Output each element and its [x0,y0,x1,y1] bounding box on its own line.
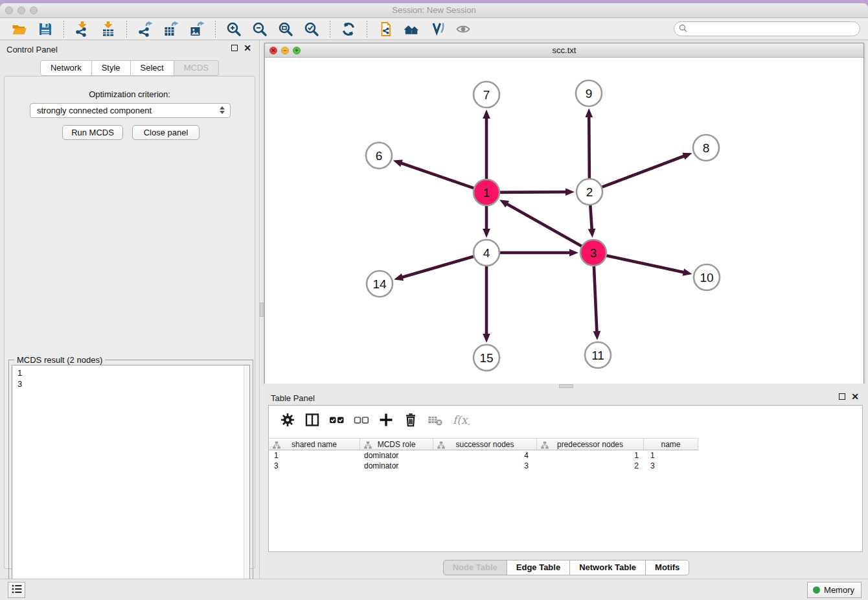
table-cell[interactable]: 4 [433,450,537,461]
node-table: shared nameMCDS rolesuccessor nodesprede… [269,438,862,471]
tab-style[interactable]: Style [92,60,131,76]
column-tree-icon [437,441,445,451]
toolbar-separator [126,21,127,38]
table-row[interactable]: 1dominator411 [269,450,862,461]
save-session-icon[interactable] [36,20,55,38]
horizontal-splitter[interactable] [264,384,868,389]
graph-edge-2-8[interactable] [599,156,685,188]
table-cell[interactable]: dominator [360,450,433,461]
column-tree-icon [541,441,549,451]
svg-text:f(x): f(x) [453,413,470,426]
table-float-panel-icon[interactable] [839,393,845,400]
criterion-dropdown[interactable]: strongly connected component [30,103,231,118]
select-all-icon[interactable] [326,410,348,430]
table-cell[interactable]: 1 [644,450,698,461]
tab-network[interactable]: Network [40,60,92,76]
table-cell[interactable]: 2 [537,461,644,471]
result-scrollbar[interactable] [244,365,249,597]
column-header-successor-nodes[interactable]: successor nodes [433,438,537,450]
memory-button[interactable]: Memory [807,582,862,598]
toolbar-separator [215,21,216,38]
graph-node-label: 7 [483,88,490,102]
graph-edge-3-1[interactable] [506,203,584,248]
graph-node-label: 6 [376,149,383,163]
tab-select[interactable]: Select [131,60,174,76]
graph-edge-2-3[interactable] [590,202,592,231]
graph-edge-arrowhead [483,110,490,119]
delete-column-icon[interactable] [400,410,422,430]
graph-edge-arrowhead [585,108,593,117]
application-window: Session: New Session Control Panel ✕ Net… [0,0,868,600]
graph-edge-2-9[interactable] [589,115,589,181]
gear-icon[interactable] [277,410,299,430]
zoom-in-icon[interactable] [224,20,244,38]
graph-node-label: 10 [700,271,713,284]
zoom-out-icon[interactable] [250,20,269,38]
zoom-fit-icon[interactable] [276,20,295,38]
export-image-icon[interactable] [187,20,207,38]
graph-edge-4-14[interactable] [401,255,477,277]
table-cell[interactable]: 3 [269,461,360,471]
horizontal-splitter-grip[interactable] [559,384,573,388]
vertical-splitter[interactable] [259,40,264,582]
mcds-result-text[interactable]: 13 [12,365,250,597]
tab-edge-table[interactable]: Edge Table [507,560,570,575]
table-row[interactable]: 3dominator323 [269,461,862,471]
graph-edge-arrowhead [483,229,490,238]
graph-edge-3-10[interactable] [604,255,685,272]
graph-edge-arrowhead [393,160,403,167]
close-panel-icon[interactable]: ✕ [244,45,251,51]
import-table-icon[interactable] [98,20,118,38]
column-tree-icon [364,441,372,451]
split-pane-icon[interactable] [301,410,323,430]
home-icon[interactable] [402,20,421,38]
add-column-icon[interactable] [375,410,397,430]
tab-mcds[interactable]: MCDS [174,60,219,76]
column-header-name[interactable]: name [644,438,698,450]
vertical-splitter-grip[interactable] [260,303,264,317]
deselect-all-icon[interactable] [350,410,372,430]
memory-label: Memory [824,585,854,595]
mcds-result-line: 1 [17,367,249,378]
search-box[interactable] [674,21,860,36]
column-header-MCDS-role[interactable]: MCDS role [360,438,433,450]
function-icon[interactable]: f(x) [449,410,471,430]
refresh-icon[interactable] [339,20,358,38]
export-table-icon[interactable] [161,20,181,38]
table-close-panel-icon[interactable]: ✕ [851,393,859,400]
float-panel-icon[interactable] [231,45,238,51]
open-session-icon[interactable] [10,20,29,38]
delete-table-icon[interactable] [424,410,446,430]
copy-network-icon[interactable] [376,20,395,38]
graph-edge-1-6[interactable] [400,163,477,189]
run-mcds-button[interactable]: Run MCDS [62,125,123,140]
graph-node-label: 4 [483,246,490,260]
network-canvas[interactable]: 7968124314101511 [265,58,863,384]
column-header-shared-name[interactable]: shared name [269,438,360,450]
column-header-predecessor-nodes[interactable]: predecessor nodes [537,438,644,450]
graph-edge-3-11[interactable] [594,263,597,333]
search-input[interactable] [687,22,860,36]
table-cell[interactable]: dominator [360,461,433,471]
table-cell[interactable]: 1 [537,450,644,461]
task-history-button[interactable] [8,582,25,598]
table-cell[interactable]: 3 [433,461,537,471]
show-hide-icon[interactable] [453,20,473,38]
graph-edge-arrowhead [483,334,490,343]
tab-network-table[interactable]: Network Table [570,560,646,575]
graph-edge-arrowhead [565,188,575,196]
network-window-titlebar[interactable]: ✕ − + scc.txt [265,43,863,58]
table-cell[interactable]: 3 [644,461,698,471]
export-network-icon[interactable] [135,20,155,38]
apply-style-icon[interactable] [428,20,447,38]
import-network-icon[interactable] [73,20,92,38]
table-cell[interactable]: 1 [269,450,360,461]
graph-edge-1-2[interactable] [497,192,567,192]
close-panel-button[interactable]: Close panel [132,125,200,140]
tab-motifs[interactable]: Motifs [646,560,689,575]
toolbar-separator [330,21,330,38]
node-table-container: f(x) shared nameMCDS rolesuccessor nodes… [268,405,863,552]
zoom-selected-icon[interactable] [302,20,321,38]
toolbar-separator [367,21,367,38]
tab-node-table[interactable]: Node Table [443,560,507,575]
